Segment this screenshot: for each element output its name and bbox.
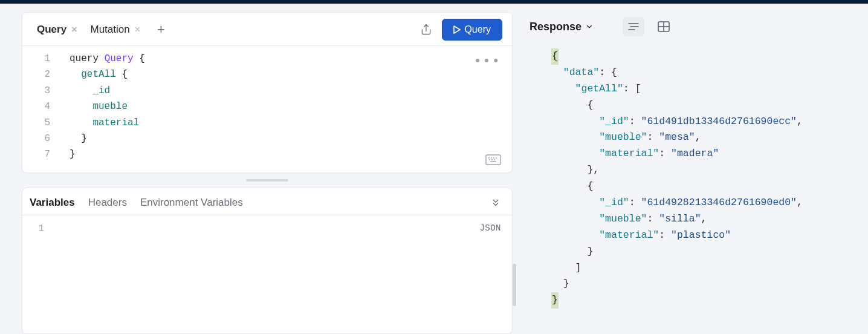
variables-panel: Variables Headers Environment Variables …	[22, 188, 513, 334]
format-badge[interactable]: JSON	[479, 221, 501, 235]
response-header: Response	[530, 13, 868, 48]
tab-query[interactable]: Query ×	[32, 21, 82, 38]
query-tabs-row: Query × Mutation × +	[22, 13, 512, 46]
response-body[interactable]: { "data": { "getAll": [ { "_id": "61d491…	[530, 48, 868, 309]
vars-gutter: 1	[22, 221, 62, 237]
left-column: Query × Mutation × +	[0, 4, 513, 334]
line-gutter: 1 2 3 4 5 6 7	[22, 51, 70, 163]
code-content[interactable]: query Query { getAll { _id mueble materi…	[70, 51, 512, 163]
response-dropdown[interactable]: Response	[530, 21, 594, 33]
view-table-button[interactable]	[653, 17, 675, 36]
close-icon[interactable]: ×	[135, 25, 140, 34]
query-panel: Query × Mutation × +	[22, 12, 513, 173]
chevron-down-icon	[585, 22, 594, 31]
svg-rect-1	[486, 155, 500, 165]
response-title: Response	[530, 21, 581, 33]
scrollbar[interactable]	[513, 264, 516, 306]
close-icon[interactable]: ×	[71, 25, 77, 34]
variables-editor[interactable]: 1 JSON	[22, 215, 512, 243]
collapse-icon[interactable]	[490, 197, 501, 208]
query-editor[interactable]: ••• 1 2 3 4 5 6 7 query Query { getAll {…	[22, 46, 512, 172]
play-icon	[453, 25, 461, 34]
tab-headers[interactable]: Headers	[88, 197, 127, 209]
main-layout: Query × Mutation × +	[0, 4, 868, 334]
tab-variables[interactable]: Variables	[30, 197, 75, 209]
more-icon[interactable]: •••	[473, 51, 501, 73]
keyboard-icon[interactable]	[485, 154, 501, 165]
share-icon[interactable]	[414, 20, 438, 39]
response-column: Response { "dat	[513, 4, 868, 334]
view-formatted-button[interactable]	[623, 17, 644, 36]
variables-tabs: Variables Headers Environment Variables	[22, 188, 512, 215]
tab-env-variables[interactable]: Environment Variables	[140, 197, 243, 209]
tab-label: Query	[37, 24, 66, 36]
add-tab-button[interactable]: +	[152, 22, 170, 38]
run-query-button[interactable]: Query	[442, 19, 502, 41]
tab-mutation[interactable]: Mutation ×	[85, 21, 145, 38]
run-button-label: Query	[464, 24, 491, 35]
resize-handle[interactable]	[246, 179, 288, 182]
tab-label: Mutation	[90, 24, 129, 36]
